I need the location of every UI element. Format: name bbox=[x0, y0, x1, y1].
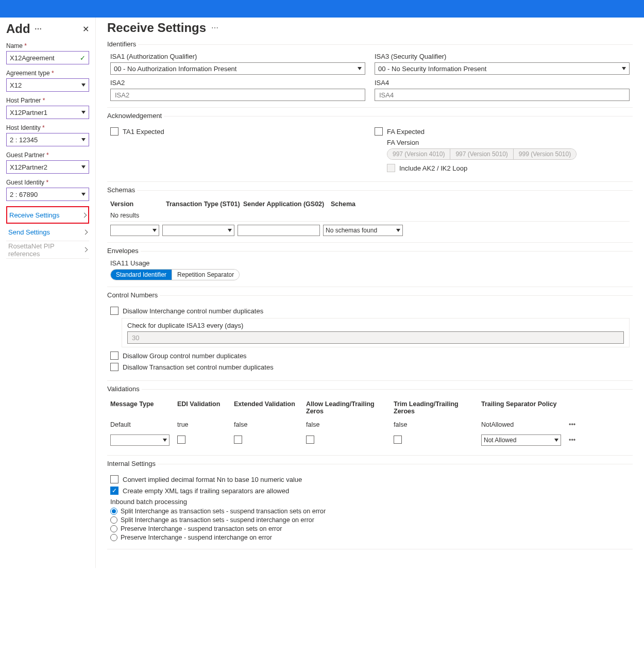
chevron-right-icon bbox=[82, 212, 87, 217]
disallow-interchange-label: Disallow Interchange control number dupl… bbox=[123, 307, 263, 315]
close-icon[interactable]: ✕ bbox=[82, 24, 89, 34]
ellipsis-icon[interactable]: ⋯ bbox=[211, 24, 218, 32]
fa-997-4010: 997 (Version 4010) bbox=[387, 149, 450, 159]
val-lead-checkbox[interactable] bbox=[306, 435, 314, 444]
col-trail: Trailing Separator Policy bbox=[481, 400, 569, 415]
disallow-group-label: Disallow Group control number duplicates bbox=[123, 352, 247, 360]
isa2-input[interactable] bbox=[110, 89, 365, 101]
fa-checkbox[interactable] bbox=[375, 127, 383, 136]
col-sender: Sender Application (GS02) bbox=[243, 200, 331, 208]
add-title: Add bbox=[6, 22, 30, 36]
isa3-label: ISA3 (Security Qualifier) bbox=[375, 53, 630, 60]
batch-opt1-label: Split Interchange as transaction sets - … bbox=[121, 508, 326, 515]
disallow-tx-label: Disallow Transaction set control number … bbox=[123, 363, 274, 371]
batch-opt4-label: Preserve Interchange - suspend interchan… bbox=[121, 534, 272, 541]
page-title: Receive Settings bbox=[107, 21, 206, 35]
ta1-checkbox[interactable] bbox=[110, 127, 118, 136]
host-partner-select[interactable]: X12Partner1 bbox=[6, 106, 89, 119]
batch-opt2-radio[interactable] bbox=[110, 516, 117, 524]
val-edi: true bbox=[177, 421, 234, 428]
name-field[interactable]: X12Agreement bbox=[6, 51, 89, 64]
val-trail-select[interactable]: Not Allowed bbox=[481, 434, 561, 446]
fa-version-label: FA Version bbox=[387, 139, 630, 146]
batch-opt4-radio[interactable] bbox=[110, 534, 117, 541]
chevron-down-icon bbox=[358, 67, 362, 70]
identifiers-legend: Identifiers bbox=[107, 40, 138, 48]
batch-opt3-label: Preserve Interchange - suspend transacto… bbox=[121, 525, 282, 532]
schemas-legend: Schemas bbox=[107, 186, 137, 194]
isa11-repetition[interactable]: Repetition Separator bbox=[172, 270, 239, 280]
batch-opt3-radio[interactable] bbox=[110, 525, 117, 532]
col-schema: Schema bbox=[331, 200, 630, 208]
col-msg-type: Message Type bbox=[110, 400, 177, 415]
add-panel: Add ⋯ ✕ Name * X12Agreement Agreement ty… bbox=[0, 18, 96, 568]
val-ext: false bbox=[234, 421, 306, 428]
convert-checkbox[interactable] bbox=[110, 475, 118, 483]
schema-select[interactable]: No schemas found bbox=[323, 225, 403, 236]
control-legend: Control Numbers bbox=[107, 291, 160, 299]
fa-label: FA Expected bbox=[387, 128, 425, 136]
chevron-down-icon bbox=[228, 229, 232, 232]
batch-opt1-radio[interactable] bbox=[110, 508, 117, 515]
disallow-interchange-checkbox[interactable] bbox=[110, 307, 118, 315]
nav-rosettanet[interactable]: RosettaNet PIP references bbox=[6, 241, 89, 259]
guest-identity-label: Guest Identity bbox=[6, 179, 44, 186]
nav-receive-settings[interactable]: Receive Settings bbox=[6, 206, 89, 224]
batch-opt2-label: Split Interchange as transaction sets - … bbox=[121, 516, 314, 524]
chevron-down-icon bbox=[81, 165, 86, 169]
col-version: Version bbox=[110, 200, 166, 208]
val-ext-checkbox[interactable] bbox=[234, 435, 242, 444]
agreement-type-select[interactable]: X12 bbox=[6, 78, 89, 92]
guest-partner-label: Guest Partner bbox=[6, 152, 45, 159]
fa-997-5010: 997 (Version 5010) bbox=[450, 149, 513, 159]
col-trim: Trim Leading/Trailing Zeroes bbox=[394, 400, 481, 415]
row-menu-icon[interactable]: ••• bbox=[569, 437, 581, 444]
isa11-toggle[interactable]: Standard Identifier Repetition Separator bbox=[110, 269, 240, 280]
ak2-checkbox bbox=[387, 164, 395, 172]
ellipsis-icon[interactable]: ⋯ bbox=[35, 25, 42, 33]
convert-label: Convert implied decimal format Nn to bas… bbox=[123, 476, 302, 483]
val-trail: NotAllowed bbox=[481, 421, 569, 428]
chevron-right-icon bbox=[83, 230, 88, 235]
val-edi-checkbox[interactable] bbox=[177, 435, 185, 444]
internal-legend: Internal Settings bbox=[107, 460, 158, 467]
guest-identity-select[interactable]: 2 : 67890 bbox=[6, 188, 89, 201]
create-empty-label: Create empty XML tags if trailing separa… bbox=[123, 487, 289, 495]
chevron-down-icon bbox=[81, 83, 86, 87]
create-empty-checkbox[interactable]: ✓ bbox=[110, 487, 118, 495]
agreement-type-label: Agreement type bbox=[6, 70, 50, 77]
host-partner-label: Host Partner bbox=[6, 97, 41, 104]
schema-tx-select[interactable] bbox=[162, 225, 234, 236]
main-panel: Receive Settings ⋯ Identifiers ISA1 (Aut… bbox=[96, 18, 644, 568]
col-edi: EDI Validation bbox=[177, 400, 234, 415]
validations-legend: Validations bbox=[107, 385, 142, 393]
val-msg-select[interactable] bbox=[110, 434, 170, 446]
isa11-standard[interactable]: Standard Identifier bbox=[111, 270, 172, 280]
envelopes-legend: Envelopes bbox=[107, 247, 141, 255]
col-lead: Allow Leading/Trailing Zeros bbox=[306, 400, 394, 415]
top-bar bbox=[0, 0, 644, 18]
isa1-select[interactable]: 00 - No Authorization Information Presen… bbox=[110, 62, 365, 75]
isa2-label: ISA2 bbox=[110, 79, 365, 87]
nav-send-settings[interactable]: Send Settings bbox=[6, 224, 89, 241]
isa1-label: ISA1 (Authorization Qualifier) bbox=[110, 53, 365, 60]
batch-label: Inbound batch processing bbox=[110, 498, 630, 506]
chevron-down-icon bbox=[81, 111, 86, 114]
isa4-input[interactable] bbox=[375, 89, 630, 101]
row-menu-icon[interactable]: ••• bbox=[569, 421, 581, 428]
schema-sender-input[interactable] bbox=[238, 225, 320, 236]
host-identity-select[interactable]: 2 : 12345 bbox=[6, 133, 89, 146]
val-trim-checkbox[interactable] bbox=[394, 435, 402, 444]
chevron-down-icon bbox=[81, 138, 86, 141]
name-label: Name bbox=[6, 42, 23, 49]
ak2-label: Include AK2 / IK2 Loop bbox=[399, 164, 467, 172]
disallow-group-checkbox[interactable] bbox=[110, 351, 118, 360]
chevron-down-icon bbox=[152, 229, 157, 232]
chevron-down-icon bbox=[554, 439, 558, 442]
isa3-select[interactable]: 00 - No Security Information Present bbox=[375, 62, 630, 75]
no-results-text: No results bbox=[110, 210, 630, 222]
schema-version-select[interactable] bbox=[110, 225, 159, 236]
host-identity-label: Host Identity bbox=[6, 124, 41, 131]
guest-partner-select[interactable]: X12Partner2 bbox=[6, 160, 89, 174]
disallow-tx-checkbox[interactable] bbox=[110, 363, 118, 371]
